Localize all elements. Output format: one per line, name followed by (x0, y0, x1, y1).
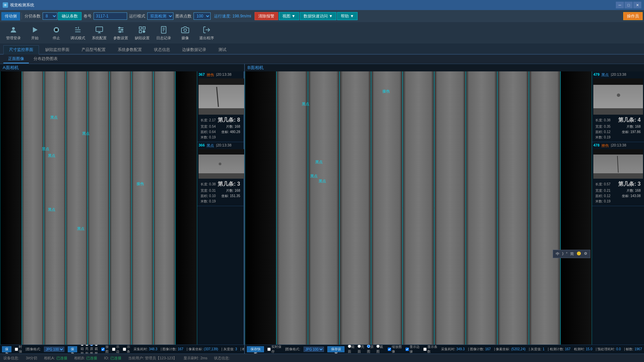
tab-status-info[interactable]: 状态信息 (148, 45, 176, 54)
defect-label-a4[interactable]: 黑点 (48, 153, 55, 158)
status-bar: 设备信息: 3#分切 相机A: 已连接 相机B: 已连接 IO: 已连接 当前用… (0, 354, 644, 362)
maximize-button[interactable]: □ (625, 2, 633, 8)
defect-item-478[interactable]: 478 挫伤 |20:13:38 长度: 0.57第几条: 3 宽度: 0.21… (592, 142, 644, 206)
tab-edge-data-record[interactable]: 边缘数据记录 (176, 45, 212, 54)
defect-label-b4[interactable]: 黑点 (319, 179, 326, 184)
defect-label-b2[interactable]: 黑点 (315, 160, 323, 165)
defect-479-header: 479 黑点 |20:13:38 (593, 72, 643, 78)
svg-rect-18 (143, 27, 145, 29)
sub-tab-front-image[interactable]: 正面图像 (3, 55, 29, 63)
camera-b-view[interactable]: 黑点 黑点 黑点 黑点 接伤 (245, 71, 592, 345)
data-access-btn[interactable]: 数据快速访问 ▼ (300, 12, 336, 20)
sub-tab-bar: 正面图像 分布趋势图表 (0, 55, 644, 64)
svg-rect-19 (139, 31, 142, 33)
chart-points-select[interactable]: 10050200 (194, 12, 211, 20)
defect-479-stats: 长度: 0.38第几条: 4 宽度: 0.35片数: 168 面积: 0.12坐… (593, 115, 643, 141)
help-btn[interactable]: 帮助 ▼ (337, 12, 358, 20)
app-icon: 👁 (3, 2, 8, 8)
debug-mode-btn[interactable]: 调试模式 (68, 23, 88, 43)
camera-b-stats-bar: 保存快图 实时保存 |图像格式: JPG 100 保存设置 箱面 亮面 原图 裁… (245, 345, 644, 354)
confirm-params-btn[interactable]: 确认条数 (58, 12, 82, 20)
status-info-label: 状态信息: (214, 356, 230, 361)
scale-check-a[interactable]: 缩放图像 (101, 345, 109, 354)
defect-settings-btn[interactable]: 缺陷设置 (132, 23, 152, 43)
defect-label-a6[interactable]: 黑点 (77, 226, 85, 231)
camera-a-status: 相机A: 已连接 (44, 356, 67, 361)
edge-check-a[interactable]: 显示边缘 (112, 345, 119, 354)
window-controls: ─ □ ✕ (616, 2, 641, 8)
stop-btn[interactable]: 停止 (46, 23, 66, 43)
scratch-line-478 (617, 156, 619, 173)
defect-item-367[interactable]: 367 挫伤 |20:13:38 长度: 2.17第几条: 8 宽度: 0.54… (197, 71, 244, 142)
minimize-button[interactable]: ─ (616, 2, 624, 8)
operate-btn[interactable]: 操作员 (623, 12, 643, 20)
gray-value-b: | 灰度值: 1 (529, 347, 545, 352)
strip-check-b[interactable]: 显示条数 (423, 345, 438, 354)
sample-time-b: 采集耗时: 349.3 (441, 347, 465, 352)
exit-btn[interactable]: 退出程序 (197, 23, 217, 43)
svg-point-25 (184, 29, 186, 32)
realtime-save-b-check[interactable]: 实时保存 (267, 345, 282, 354)
defect-label-b3[interactable]: 黑点 (310, 174, 318, 179)
slicing-count-select[interactable]: 84610 (43, 12, 57, 20)
defect-item-366[interactable]: 366 黑点 |20:13:38 长度: 0.38第几条: 3 宽度: 0.31… (197, 142, 244, 206)
realtime-save-a-check[interactable]: 实时保存 (15, 345, 22, 354)
edge-check-b[interactable]: 显示边缘 (406, 345, 420, 354)
log-icon (159, 25, 168, 35)
camera-a-defect-panel: 367 挫伤 |20:13:38 长度: 2.17第几条: 8 宽度: 0.54… (197, 71, 244, 345)
tab-test[interactable]: 测试 (213, 45, 232, 54)
param-settings-btn[interactable]: 参数设置 (111, 23, 131, 43)
svg-marker-1 (33, 27, 38, 33)
ime-popup: 中 ) ° 简 🙂 ⚙ (553, 250, 590, 258)
defect-item-479[interactable]: 479 黑点 |20:13:38 长度: 0.38第几条: 4 宽度: 0.35… (592, 71, 644, 142)
view-btn[interactable]: 视图 ▼ (279, 12, 299, 20)
slicing-info: 3#分切 (26, 356, 37, 361)
save-b-btn[interactable]: 保存快图 (247, 346, 264, 352)
close-button[interactable]: ✕ (633, 2, 641, 8)
defect-label-b5[interactable]: 接伤 (382, 89, 390, 94)
tab-product-config[interactable]: 产品型号配置 (76, 45, 111, 54)
scale-check-b[interactable]: 缩放图像 (388, 345, 402, 354)
strip-check-a[interactable]: 显示条数 (123, 345, 130, 354)
tab-sys-param-config[interactable]: 系统参数配置 (112, 45, 148, 54)
stop-icon (52, 25, 61, 35)
system-config-btn[interactable]: 系统配置 (89, 23, 109, 43)
save-settings-a-btn[interactable]: 保存设置 (68, 346, 77, 352)
pixel-coord-a: | 像素坐标: (337,139) (187, 347, 218, 352)
log-record-btn[interactable]: 日志记录 (154, 23, 174, 43)
camera-a-section: 黑点 黑点 黑点 黑点 黑点 黑点 接伤 367 挫伤 |20:13:38 (0, 71, 244, 345)
defect-label-a1[interactable]: 黑点 (50, 115, 58, 120)
sub-tab-trend-chart[interactable]: 分布趋势图表 (29, 55, 62, 63)
format-select-b[interactable]: JPG 100 (304, 347, 324, 352)
camera-icon (180, 25, 190, 35)
tab-defect-monitor[interactable]: 缺陷监控界面 (40, 45, 75, 54)
roll-number-input[interactable] (94, 12, 127, 20)
start-btn[interactable]: 开始 (25, 23, 45, 43)
svg-point-16 (119, 31, 121, 33)
save-settings-b-btn[interactable]: 保存设置 (327, 346, 344, 352)
defect-479-image (593, 78, 643, 115)
io-status: IO: 已连接 (104, 356, 121, 361)
tab-size-monitor[interactable]: 尺寸监控界面 (3, 45, 39, 55)
defect-label-a2[interactable]: 黑点 (82, 131, 90, 136)
defect-label-a3[interactable]: 黑点 (42, 146, 49, 152)
clear-report-btn[interactable]: 清除报警 (255, 12, 278, 20)
camera-a-view[interactable]: 黑点 黑点 黑点 黑点 黑点 黑点 接伤 (0, 71, 197, 345)
manage-login-btn[interactable]: 管理登录 (3, 23, 23, 43)
save-a-btn[interactable]: 保存快图 (2, 346, 11, 352)
mode-radio-a: 箱面 亮面 原图 裁图 (80, 345, 98, 354)
debug-icon (73, 25, 83, 35)
defect-478-header: 478 挫伤 |20:13:38 (593, 143, 643, 148)
defect-config-icon (138, 25, 147, 35)
camera-a-panel: A面相机 黑点 黑点 黑点 黑点 黑点 黑点 接伤 367 (0, 64, 245, 354)
transmission-side-menu[interactable]: 传动侧 (1, 12, 20, 20)
svg-point-14 (119, 27, 120, 28)
defect-label-a5[interactable]: 黑点 (48, 207, 55, 212)
refresh-time: 显示刷时: 2ms (183, 356, 207, 361)
format-select-a[interactable]: JPG 100 (44, 347, 64, 352)
camera-btn[interactable]: 摄像 (175, 23, 195, 43)
defect-label-a7[interactable]: 接伤 (137, 181, 144, 186)
defect-label-b1[interactable]: 黑点 (302, 102, 309, 107)
svg-point-0 (12, 27, 15, 30)
mode-select[interactable]: 双面检测单面A单面B (147, 12, 173, 20)
